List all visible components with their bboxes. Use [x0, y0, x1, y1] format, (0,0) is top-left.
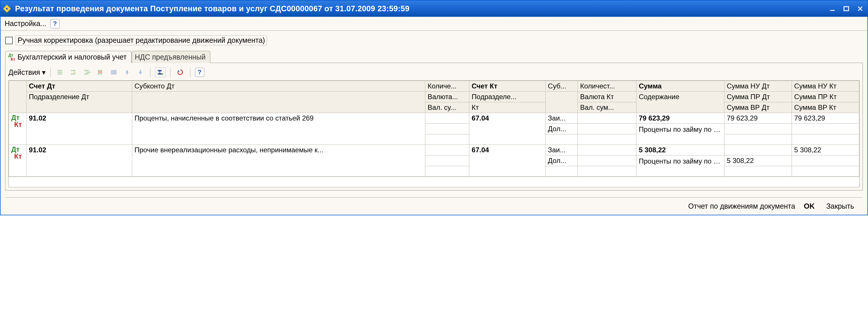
manual-edit-label: Ручная корректировка (разрешает редактир…: [16, 35, 267, 45]
tab-vat-label: НДС предъявленный: [135, 53, 206, 61]
col-subk-dt[interactable]: Субконто Дт: [132, 81, 425, 92]
edit-row-icon[interactable]: [108, 67, 119, 77]
svg-rect-12: [86, 72, 91, 73]
svg-rect-7: [58, 72, 62, 73]
move-down-icon[interactable]: [135, 67, 146, 77]
cell-descr: Проценты по займу по вх.д. от: [636, 124, 724, 145]
menubar: Настройка... ?: [1, 17, 867, 31]
sum-icon[interactable]: н: [155, 67, 165, 77]
cell-nu-kt: 5 308,22: [792, 145, 859, 155]
accounting-grid[interactable]: Счет Дт Субконто Дт Количе... Счет Кт Су…: [8, 80, 860, 187]
manual-edit-checkbox[interactable]: [5, 37, 13, 44]
col-curamt-kt[interactable]: Вал. сум...: [578, 102, 637, 113]
svg-rect-13: [84, 73, 89, 75]
col-vr-kt[interactable]: Сумма ВР Кт: [792, 102, 859, 113]
grid-header-row-1: Счет Дт Субконто Дт Количе... Счет Кт Су…: [9, 81, 859, 92]
maximize-button[interactable]: [842, 4, 850, 13]
cell-amount: 79 623,29: [636, 113, 724, 124]
content-area: Ручная корректировка (разрешает редактир…: [1, 31, 867, 215]
toolbar-separator: [190, 67, 190, 77]
col-nu-kt[interactable]: Сумма НУ Кт: [792, 81, 859, 92]
col-cur-dt[interactable]: Валюта...: [425, 92, 469, 102]
tabs-bar: ДтКт Бухгалтерский и налоговый учет НДС …: [5, 49, 863, 63]
tab-accounting-label: Бухгалтерский и налоговый учет: [18, 53, 126, 61]
actions-dropdown[interactable]: Действия ▾: [8, 68, 46, 77]
cell-acct-dt: 91.02: [26, 113, 132, 145]
col-dept-dt[interactable]: Подразделение Дт: [26, 92, 132, 113]
insert-row-icon[interactable]: [69, 67, 79, 77]
svg-rect-9: [71, 70, 75, 71]
window-controls: [828, 4, 865, 13]
panel-toolbar: Действия ▾: [8, 66, 860, 79]
col-descr[interactable]: Содержание: [636, 92, 724, 113]
col-pr-dt[interactable]: Сумма ПР Дт: [724, 92, 792, 102]
toolbar-separator: [170, 67, 170, 77]
col-cur-kt[interactable]: Валюта Кт: [578, 92, 637, 102]
menu-settings[interactable]: Настройка...: [5, 20, 46, 28]
col-vr-dt[interactable]: Сумма ВР Дт: [724, 102, 792, 113]
cell-subk-kt-1: Заи...: [546, 113, 578, 124]
toolbar-separator: [150, 67, 151, 77]
app-icon: [3, 5, 11, 13]
table-row[interactable]: ДтКт 91.02 Прочие внереализационные расх…: [9, 145, 859, 155]
actions-label: Действия: [8, 68, 40, 77]
cell-subk-kt-2: Дол...: [546, 155, 578, 166]
chevron-down-icon: ▾: [42, 68, 46, 77]
svg-rect-3: [844, 7, 848, 11]
toolbar-separator: [50, 67, 51, 77]
tab-vat[interactable]: НДС предъявленный: [132, 51, 211, 63]
window-title: Результат проведения документа Поступлен…: [15, 4, 828, 13]
col-acct-kt[interactable]: Счет Кт: [469, 81, 546, 92]
grid-header-row-2: Подразделение Дт Валюта... Подразделе...…: [9, 92, 859, 102]
cell-nu-kt: 79 623,29: [792, 113, 859, 124]
svg-rect-15: [97, 73, 102, 75]
table-row[interactable]: ДтКт 91.02 Проценты, начисленные в соотв…: [9, 113, 859, 124]
svg-rect-11: [84, 70, 89, 71]
svg-rect-8: [58, 73, 62, 75]
titlebar: Результат проведения документа Поступлен…: [1, 1, 867, 17]
col-acct-dt[interactable]: Счет Дт: [26, 81, 132, 92]
tab-accounting[interactable]: ДтКт Бухгалтерский и налоговый учет: [5, 51, 132, 63]
help-icon[interactable]: ?: [195, 68, 204, 77]
cell-nu-dt: 79 623,29: [724, 113, 792, 124]
svg-point-1: [6, 8, 8, 10]
cell-subk-dt: Прочие внереализационные расходы, неприн…: [132, 145, 425, 177]
dtkt-icon: ДтКт: [8, 53, 15, 61]
move-up-icon[interactable]: [122, 67, 132, 77]
cell-amount: 5 308,22: [636, 145, 724, 155]
col-dept-kt[interactable]: Подразделе...: [469, 92, 546, 102]
cell-subk-kt-2: Дол...: [546, 124, 578, 134]
close-button-bottom[interactable]: Закрыть: [824, 201, 857, 212]
col-kt[interactable]: Кт: [469, 102, 546, 113]
cell-subk-dt: Проценты, начисленные в соответствии со …: [132, 113, 425, 145]
cell-descr: Проценты по займу по вх.д. от: [636, 155, 724, 177]
col-nu-dt[interactable]: Сумма НУ Дт: [724, 81, 792, 92]
tab-panel: Действия ▾: [5, 63, 863, 190]
manual-edit-row: Ручная корректировка (разрешает редактир…: [5, 35, 863, 45]
window-frame: Результат проведения документа Поступлен…: [0, 0, 868, 215]
col-qty-kt[interactable]: Количест...: [578, 81, 637, 92]
grid-footer: [9, 177, 859, 187]
minimize-button[interactable]: [828, 4, 837, 13]
row-icon: ДтКт: [9, 145, 27, 177]
col-amount[interactable]: Сумма: [636, 81, 724, 92]
col-qty-dt[interactable]: Количе...: [425, 81, 469, 92]
help-icon[interactable]: ?: [50, 19, 60, 28]
col-pr-kt[interactable]: Сумма ПР Кт: [792, 92, 859, 102]
cell-acct-kt: 67.04: [469, 113, 546, 145]
report-link[interactable]: Отчет по движениям документа: [688, 202, 795, 210]
cell-acct-kt: 67.04: [469, 145, 546, 177]
col-subk-kt[interactable]: Суб...: [546, 81, 578, 92]
svg-rect-10: [71, 73, 75, 75]
close-button[interactable]: [856, 4, 865, 13]
refresh-icon[interactable]: [175, 67, 185, 77]
button-bar: Отчет по движениям документа OK Закрыть: [5, 198, 863, 215]
cell-subk-kt-1: Заи...: [546, 145, 578, 155]
delete-row-icon[interactable]: [95, 67, 105, 77]
clone-row-icon[interactable]: [82, 67, 92, 77]
ok-button[interactable]: OK: [801, 201, 818, 212]
cell-acct-dt: 91.02: [26, 145, 132, 177]
col-curamt-dt[interactable]: Вал. су...: [425, 102, 469, 113]
add-row-icon[interactable]: [55, 67, 66, 77]
svg-rect-18: [111, 70, 116, 74]
